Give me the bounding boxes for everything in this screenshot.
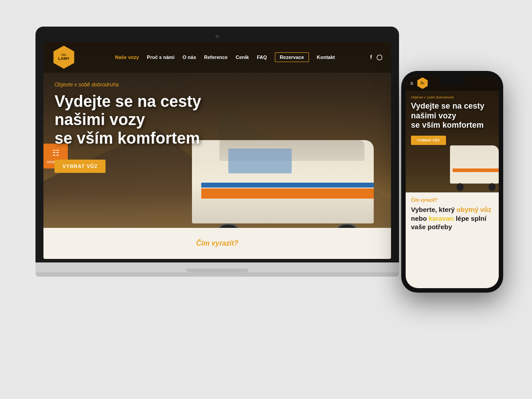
- phone-bottom-text-part2: nebo: [411, 215, 429, 222]
- laptop: TŘI LAMY Naše vozy Proč s námi O nás Ref…: [35, 27, 399, 277]
- phone-van-wheel-right: [489, 183, 496, 191]
- hamburger-icon[interactable]: ≡: [410, 80, 413, 86]
- phone: ≡ TŘÍLAMY Objevte v sobě dobrodruha Vyde…: [401, 71, 503, 293]
- phone-title-line1: Vydejte se na cesty: [411, 102, 484, 110]
- cta-button[interactable]: VYBRAT VŮZ: [55, 160, 106, 173]
- laptop-screen-outer: TŘI LAMY Naše vozy Proč s námi O nás Ref…: [35, 27, 399, 262]
- phone-bottom-highlight1: obytný vůz: [457, 206, 491, 213]
- bottom-section: Čím vyrazit?: [43, 228, 391, 259]
- scene: TŘI LAMY Naše vozy Proč s námi O nás Ref…: [0, 0, 532, 399]
- social-links: f ◯: [370, 54, 382, 60]
- laptop-screen: TŘI LAMY Naše vozy Proč s námi O nás Ref…: [43, 42, 391, 259]
- hero-title-line1: Vydejte se na cesty: [55, 92, 201, 110]
- phone-website: ≡ TŘÍLAMY Objevte v sobě dobrodruha Vyde…: [406, 75, 499, 288]
- logo: TŘI LAMY: [52, 46, 75, 69]
- laptop-camera: [215, 35, 219, 38]
- nav-link-cenik[interactable]: Ceník: [235, 55, 249, 60]
- bottom-title: Čím vyrazit?: [196, 239, 238, 247]
- phone-hero-subtitle: Objevte v sobě dobrodruha: [411, 95, 493, 99]
- motorhome-body: [192, 140, 374, 224]
- nav-link-o-nas[interactable]: O nás: [183, 55, 196, 60]
- phone-hero: ≡ TŘÍLAMY Objevte v sobě dobrodruha Vyde…: [406, 75, 499, 192]
- nav-link-nase-vozy[interactable]: Naše vozy: [115, 55, 139, 60]
- phone-notch: [439, 75, 466, 85]
- phone-van-body: [450, 145, 499, 184]
- phone-title-line3: se vším komfortem: [411, 121, 484, 129]
- logo-hexagon: TŘI LAMY: [52, 46, 75, 69]
- motorhome-windows: [228, 149, 292, 174]
- phone-van-stripe: [453, 168, 499, 172]
- laptop-stand: [35, 272, 399, 277]
- hero-title: Vydejte se na cesty našimi vozy se vším …: [55, 92, 201, 147]
- navigation: TŘI LAMY Naše vozy Proč s námi O nás Ref…: [43, 42, 391, 73]
- nav-link-faq[interactable]: FAQ: [257, 55, 267, 60]
- laptop-website: TŘI LAMY Naše vozy Proč s námi O nás Ref…: [43, 42, 391, 259]
- phone-cta-button[interactable]: VYBRAT VŮZ: [411, 136, 446, 145]
- facebook-icon[interactable]: f: [370, 54, 372, 60]
- hero-title-line3: se vším komfortem: [55, 129, 200, 147]
- phone-bottom-text-part1: Vyberte, který: [411, 206, 457, 213]
- nav-link-proc[interactable]: Proč s námi: [147, 55, 174, 60]
- motorhome-stripe-blue: [201, 183, 374, 188]
- hero-title-line2: našimi vozy: [55, 110, 145, 129]
- nav-links: Naše vozy Proč s námi O nás Reference Ce…: [84, 52, 366, 62]
- instagram-icon[interactable]: ◯: [376, 54, 382, 60]
- nav-link-kontakt[interactable]: Kontakt: [317, 55, 335, 60]
- logo-lamy: LAMY: [58, 56, 70, 61]
- nav-link-rezervace[interactable]: Rezervace: [275, 52, 309, 62]
- laptop-base: [35, 262, 399, 272]
- hero-subtitle: Objevte v sobě dobrodruha: [55, 82, 201, 88]
- hero-content: Objevte v sobě dobrodruha Vydejte se na …: [55, 82, 201, 173]
- phone-bottom-title: Čím vyrazit?: [411, 198, 437, 203]
- phone-bottom-highlight2: karavan: [429, 215, 454, 222]
- phone-screen: ≡ TŘÍLAMY Objevte v sobě dobrodruha Vyde…: [406, 75, 499, 288]
- phone-hero-content: Objevte v sobě dobrodruha Vydejte se na …: [411, 95, 493, 145]
- phone-van-wheel-left: [457, 183, 464, 191]
- motorhome-stripe-orange: [201, 188, 374, 199]
- phone-bottom-section: Čím vyrazit? Vyberte, který obytný vůz n…: [406, 192, 499, 288]
- nav-link-reference[interactable]: Reference: [204, 55, 227, 60]
- phone-logo: TŘÍLAMY: [417, 78, 428, 89]
- phone-outer: ≡ TŘÍLAMY Objevte v sobě dobrodruha Vyde…: [401, 71, 503, 293]
- phone-bottom-text: Vyberte, který obytný vůz nebo karavan l…: [411, 205, 493, 231]
- phone-hero-title: Vydejte se na cesty našimi vozy se vším …: [411, 102, 493, 130]
- motorhome-illustration: [183, 122, 374, 242]
- phone-title-line2: našimi vozy: [411, 111, 456, 120]
